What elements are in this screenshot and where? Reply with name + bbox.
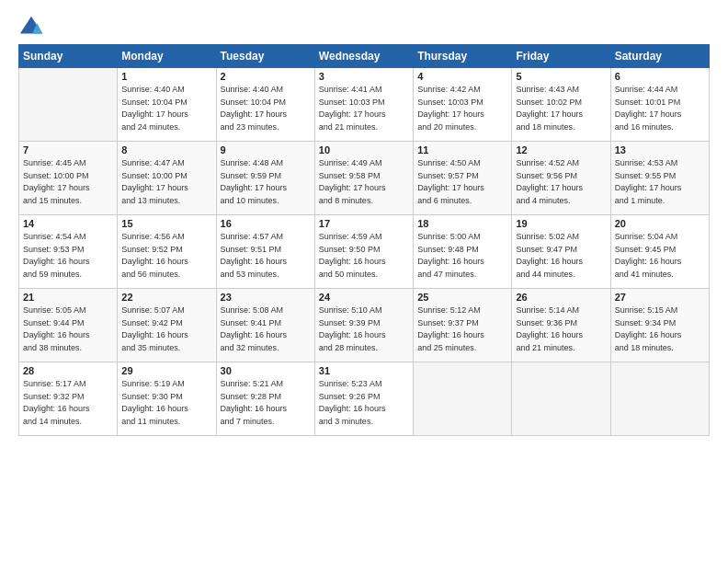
day-number: 17	[319, 218, 409, 229]
day-number: 14	[23, 218, 113, 229]
calendar-cell: 1Sunrise: 4:40 AM Sunset: 10:04 PM Dayli…	[118, 68, 216, 142]
calendar-cell: 31Sunrise: 5:23 AM Sunset: 9:26 PM Dayli…	[314, 362, 413, 436]
day-number: 5	[516, 71, 606, 82]
calendar-cell: 4Sunrise: 4:42 AM Sunset: 10:03 PM Dayli…	[414, 68, 512, 142]
day-info: Sunrise: 5:07 AM Sunset: 9:42 PM Dayligh…	[121, 304, 211, 354]
calendar-cell: 6Sunrise: 4:44 AM Sunset: 10:01 PM Dayli…	[610, 68, 709, 142]
day-number: 15	[121, 218, 211, 229]
day-info: Sunrise: 4:56 AM Sunset: 9:52 PM Dayligh…	[121, 231, 211, 281]
day-info: Sunrise: 5:17 AM Sunset: 9:32 PM Dayligh…	[23, 378, 113, 428]
header	[18, 15, 710, 40]
calendar-cell: 11Sunrise: 4:50 AM Sunset: 9:57 PM Dayli…	[414, 142, 512, 215]
day-info: Sunrise: 5:15 AM Sunset: 9:34 PM Dayligh…	[615, 304, 705, 354]
day-number: 22	[121, 292, 211, 303]
day-number: 16	[221, 218, 311, 229]
day-number: 8	[121, 144, 211, 155]
day-info: Sunrise: 5:14 AM Sunset: 9:36 PM Dayligh…	[516, 304, 606, 354]
weekday-header-row: SundayMondayTuesdayWednesdayThursdayFrid…	[19, 45, 710, 68]
calendar-cell: 28Sunrise: 5:17 AM Sunset: 9:32 PM Dayli…	[19, 362, 118, 436]
day-info: Sunrise: 5:00 AM Sunset: 9:48 PM Dayligh…	[417, 231, 507, 281]
day-info: Sunrise: 4:47 AM Sunset: 10:00 PM Daylig…	[121, 157, 211, 207]
calendar-cell: 20Sunrise: 5:04 AM Sunset: 9:45 PM Dayli…	[610, 215, 709, 289]
weekday-header-sunday: Sunday	[19, 45, 118, 68]
day-number: 18	[417, 218, 507, 229]
day-number: 20	[615, 218, 705, 229]
day-info: Sunrise: 4:54 AM Sunset: 9:53 PM Dayligh…	[23, 231, 113, 281]
day-number: 28	[23, 365, 113, 376]
day-number: 27	[615, 292, 705, 303]
day-info: Sunrise: 5:19 AM Sunset: 9:30 PM Dayligh…	[121, 378, 211, 428]
calendar-cell: 10Sunrise: 4:49 AM Sunset: 9:58 PM Dayli…	[314, 142, 413, 215]
calendar-cell	[512, 362, 610, 436]
calendar-cell: 8Sunrise: 4:47 AM Sunset: 10:00 PM Dayli…	[118, 142, 216, 215]
calendar-cell: 5Sunrise: 4:43 AM Sunset: 10:02 PM Dayli…	[512, 68, 610, 142]
day-info: Sunrise: 4:49 AM Sunset: 9:58 PM Dayligh…	[319, 157, 409, 207]
day-info: Sunrise: 5:21 AM Sunset: 9:28 PM Dayligh…	[221, 378, 311, 428]
calendar-cell: 12Sunrise: 4:52 AM Sunset: 9:56 PM Dayli…	[512, 142, 610, 215]
calendar-cell	[414, 362, 512, 436]
day-info: Sunrise: 4:59 AM Sunset: 9:50 PM Dayligh…	[319, 231, 409, 281]
week-row-5: 28Sunrise: 5:17 AM Sunset: 9:32 PM Dayli…	[19, 362, 710, 436]
calendar-table: SundayMondayTuesdayWednesdayThursdayFrid…	[18, 44, 710, 436]
calendar-cell: 21Sunrise: 5:05 AM Sunset: 9:44 PM Dayli…	[19, 289, 118, 362]
week-row-1: 1Sunrise: 4:40 AM Sunset: 10:04 PM Dayli…	[19, 68, 710, 142]
day-info: Sunrise: 5:10 AM Sunset: 9:39 PM Dayligh…	[319, 304, 409, 354]
day-number: 23	[221, 292, 311, 303]
calendar-cell: 18Sunrise: 5:00 AM Sunset: 9:48 PM Dayli…	[414, 215, 512, 289]
day-number: 30	[221, 365, 311, 376]
day-info: Sunrise: 4:57 AM Sunset: 9:51 PM Dayligh…	[221, 231, 311, 281]
calendar-cell: 14Sunrise: 4:54 AM Sunset: 9:53 PM Dayli…	[19, 215, 118, 289]
day-info: Sunrise: 5:08 AM Sunset: 9:41 PM Dayligh…	[221, 304, 311, 354]
day-info: Sunrise: 4:40 AM Sunset: 10:04 PM Daylig…	[121, 84, 211, 133]
day-info: Sunrise: 5:12 AM Sunset: 9:37 PM Dayligh…	[417, 304, 507, 354]
day-number: 31	[319, 365, 409, 376]
day-number: 4	[417, 71, 507, 82]
calendar-cell: 23Sunrise: 5:08 AM Sunset: 9:41 PM Dayli…	[216, 289, 314, 362]
weekday-header-saturday: Saturday	[610, 45, 709, 68]
weekday-header-thursday: Thursday	[414, 45, 512, 68]
day-info: Sunrise: 4:44 AM Sunset: 10:01 PM Daylig…	[615, 84, 705, 133]
day-info: Sunrise: 5:23 AM Sunset: 9:26 PM Dayligh…	[319, 378, 409, 428]
calendar-cell: 22Sunrise: 5:07 AM Sunset: 9:42 PM Dayli…	[118, 289, 216, 362]
calendar-cell: 2Sunrise: 4:40 AM Sunset: 10:04 PM Dayli…	[216, 68, 314, 142]
day-number: 1	[121, 71, 211, 82]
day-number: 9	[221, 144, 311, 155]
day-info: Sunrise: 4:50 AM Sunset: 9:57 PM Dayligh…	[417, 157, 507, 207]
logo-icon	[18, 15, 44, 40]
day-number: 7	[23, 144, 113, 155]
day-number: 10	[319, 144, 409, 155]
day-info: Sunrise: 4:53 AM Sunset: 9:55 PM Dayligh…	[615, 157, 705, 207]
calendar-cell: 9Sunrise: 4:48 AM Sunset: 9:59 PM Daylig…	[216, 142, 314, 215]
calendar-cell: 16Sunrise: 4:57 AM Sunset: 9:51 PM Dayli…	[216, 215, 314, 289]
calendar-cell	[610, 362, 709, 436]
calendar-cell: 26Sunrise: 5:14 AM Sunset: 9:36 PM Dayli…	[512, 289, 610, 362]
day-number: 25	[417, 292, 507, 303]
day-info: Sunrise: 5:02 AM Sunset: 9:47 PM Dayligh…	[516, 231, 606, 281]
calendar-cell: 13Sunrise: 4:53 AM Sunset: 9:55 PM Dayli…	[610, 142, 709, 215]
weekday-header-friday: Friday	[512, 45, 610, 68]
weekday-header-tuesday: Tuesday	[216, 45, 314, 68]
day-number: 6	[615, 71, 705, 82]
day-info: Sunrise: 4:41 AM Sunset: 10:03 PM Daylig…	[319, 84, 409, 133]
calendar-cell: 3Sunrise: 4:41 AM Sunset: 10:03 PM Dayli…	[314, 68, 413, 142]
weekday-header-monday: Monday	[118, 45, 216, 68]
day-info: Sunrise: 4:42 AM Sunset: 10:03 PM Daylig…	[417, 84, 507, 133]
logo	[18, 15, 48, 40]
day-number: 12	[516, 144, 606, 155]
day-number: 24	[319, 292, 409, 303]
week-row-3: 14Sunrise: 4:54 AM Sunset: 9:53 PM Dayli…	[19, 215, 710, 289]
calendar-cell: 19Sunrise: 5:02 AM Sunset: 9:47 PM Dayli…	[512, 215, 610, 289]
day-info: Sunrise: 5:05 AM Sunset: 9:44 PM Dayligh…	[23, 304, 113, 354]
calendar-cell: 25Sunrise: 5:12 AM Sunset: 9:37 PM Dayli…	[414, 289, 512, 362]
day-info: Sunrise: 5:04 AM Sunset: 9:45 PM Dayligh…	[615, 231, 705, 281]
week-row-2: 7Sunrise: 4:45 AM Sunset: 10:00 PM Dayli…	[19, 142, 710, 215]
calendar-cell: 27Sunrise: 5:15 AM Sunset: 9:34 PM Dayli…	[610, 289, 709, 362]
week-row-4: 21Sunrise: 5:05 AM Sunset: 9:44 PM Dayli…	[19, 289, 710, 362]
calendar-cell: 29Sunrise: 5:19 AM Sunset: 9:30 PM Dayli…	[118, 362, 216, 436]
calendar-cell: 7Sunrise: 4:45 AM Sunset: 10:00 PM Dayli…	[19, 142, 118, 215]
day-info: Sunrise: 4:40 AM Sunset: 10:04 PM Daylig…	[221, 84, 311, 133]
day-info: Sunrise: 4:48 AM Sunset: 9:59 PM Dayligh…	[221, 157, 311, 207]
day-number: 19	[516, 218, 606, 229]
day-number: 11	[417, 144, 507, 155]
day-number: 13	[615, 144, 705, 155]
